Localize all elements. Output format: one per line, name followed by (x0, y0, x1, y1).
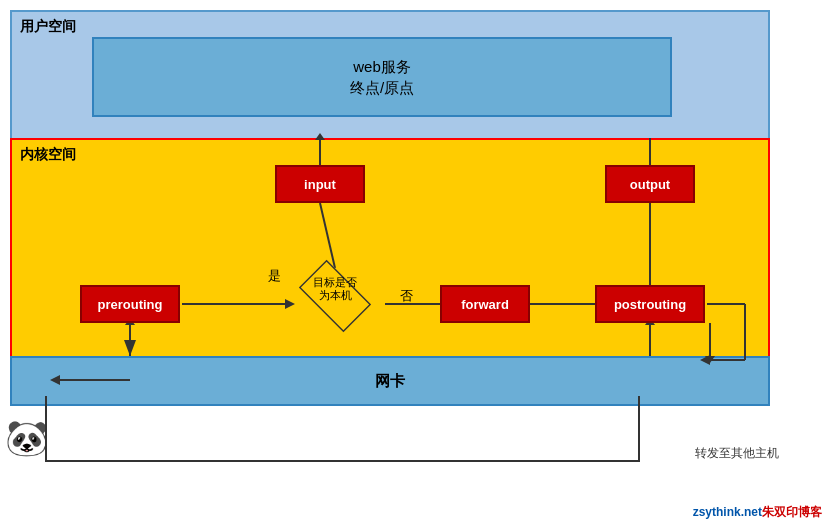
network-card: 网卡 (10, 356, 770, 406)
input-chain: input (275, 165, 365, 203)
decision-label: 目标是否 为本机 (285, 276, 385, 302)
panda-icon: 🐼 (5, 418, 49, 459)
watermark: zsythink.net朱双印博客 (693, 504, 822, 521)
postrouting-chain: postrouting (595, 285, 705, 323)
diagram-wrapper: 用户空间 web服务 终点/原点 内核空间 网卡 input output pr… (10, 10, 800, 440)
user-space-label: 用户空间 (20, 18, 76, 36)
network-card-label: 网卡 (375, 372, 405, 391)
forward-to-label: 转发至其他主机 (695, 445, 779, 462)
bottom-line-v-right (638, 396, 640, 461)
kernel-space-label: 内核空间 (20, 146, 76, 164)
watermark-text1: zsythink.net (693, 505, 762, 519)
bottom-line-v-left (45, 396, 47, 461)
forward-chain: forward (440, 285, 530, 323)
web-service-box: web服务 终点/原点 (92, 37, 672, 117)
routing-decision: 目标是否 为本机 (285, 268, 385, 328)
user-space: 用户空间 web服务 终点/原点 (10, 10, 770, 140)
watermark-text2: 朱双印博客 (762, 505, 822, 519)
web-service-label: web服务 终点/原点 (350, 56, 414, 98)
prerouting-chain: prerouting (80, 285, 180, 323)
bottom-line-h (45, 460, 640, 462)
output-chain: output (605, 165, 695, 203)
